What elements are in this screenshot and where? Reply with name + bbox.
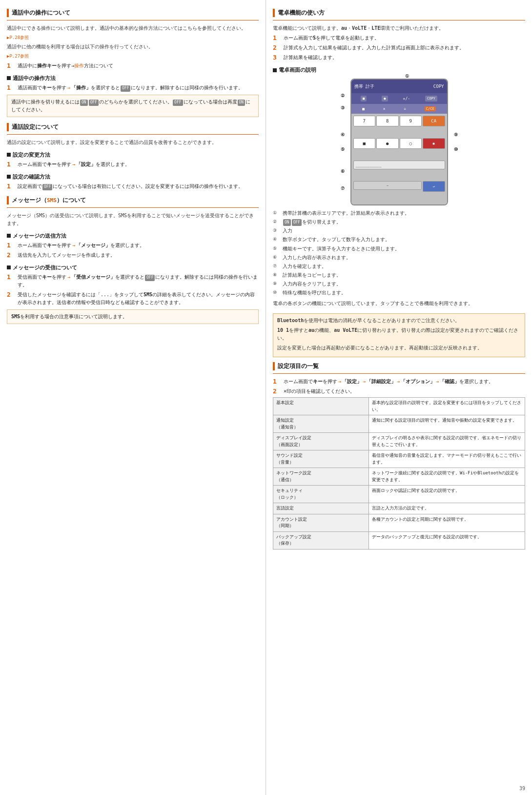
calc-btn-9: 9 <box>400 116 422 126</box>
anno-text-7: 入力を確定します。 <box>283 263 525 270</box>
s3-recv-content-1: 受信画面でキーを押す→「受信メッセージ」を選択するとOFFになります。解除するに… <box>18 273 259 289</box>
annotation-row-6: ⑥ 入力した内容が表示されます。 <box>273 254 525 262</box>
phone-op3: ÷ <box>404 107 406 111</box>
subsection1a-step1: 1 通話画面でキーを押す→「操作」を選択するとOFFになります。解除するには同様… <box>7 84 259 92</box>
calc-btn-enter: ↵ <box>423 181 445 192</box>
calc-btn-bottom1: － <box>353 181 422 190</box>
table-row: バックアップ設定（保存） データのバックアップと復元に関する設定の説明です。 <box>273 531 525 549</box>
anno-text-10: 特殊な機能を呼び出します。 <box>283 289 525 297</box>
right-step-num-3: 3 <box>273 54 282 61</box>
phone-op-row: ■ × ÷ C/CE <box>351 104 447 114</box>
callout-9: ⑨ <box>454 132 458 137</box>
section1-step1: 1 通話中に操作キーを押す→操作方法について <box>7 62 259 70</box>
black-square-icon-2a <box>7 153 11 157</box>
anno-text-5: 機能キーです。演算子を入力するときに使用します。 <box>283 245 525 253</box>
section-title-1: 通話中の操作について <box>12 9 70 17</box>
section-title-2: 通話設定について <box>12 123 59 131</box>
highlight-text-3: 設定を変更した場合は再起動が必要になることがあります。再起動後に設定が反映されま… <box>277 344 521 352</box>
anno-text-6: 入力した内容が表示されます。 <box>283 254 525 262</box>
table-row: 通知設定（通知音） 通知に関する設定項目の説明です。通知音や振動の設定を変更でき… <box>273 415 525 433</box>
step-number-1: 1 <box>7 62 16 69</box>
table-value-4: 着信音や通知音の音量を設定します。マナーモードの切り替えもここで行います。 <box>369 450 525 468</box>
settings-table-body: 基本設定 基本的な設定項目の説明です。設定を変更するには項目をタップしてください… <box>273 398 525 550</box>
anno-text-8: 計算結果をコピーします。 <box>283 271 525 279</box>
callout-4: ④ <box>341 132 345 137</box>
table-label-8: アカウント設定（同期） <box>273 514 369 531</box>
right-table-step-content-1: ホーム画面でキーを押す→「設定」→「詳細設定」→「オプション」→「確認」を選択し… <box>284 378 525 386</box>
page-number: 39 <box>519 786 525 791</box>
right-section-calc: 電卓機能の使い方 電卓機能について説明します。au・VoLTE・LTE環境でご利… <box>273 9 525 61</box>
phone-title-text: 携帯 計子 <box>354 83 374 90</box>
table-row: ネットワーク設定（通信） ネットワーク接続に関する設定の説明です。Wi-FiやB… <box>273 468 525 486</box>
anno-num-6: ⑥ <box>273 254 283 262</box>
section-divider-3 <box>7 207 259 208</box>
right-section1-intro: 電卓機能について説明します。au・VoLTE・LTE環境でご利用いただけます。 <box>273 24 525 32</box>
section3-recv-step1: 1 受信画面でキーを押す→「受信メッセージ」を選択するとOFFになります。解除す… <box>7 273 259 289</box>
right-table-step-num-1: 1 <box>273 378 282 385</box>
calc-btn-input-row[interactable]: ___________ <box>353 161 445 169</box>
anno-num-8: ⑧ <box>273 271 283 279</box>
table-value-5: ネットワーク接続に関する設定の説明です。Wi-FiやBluetoothの設定を変… <box>369 468 525 486</box>
section-divider-1 <box>7 20 259 20</box>
right-step-2: 2 計算式を入力して結果を確認します。入力した計算式は画面上部に表示されます。 <box>273 44 525 52</box>
anno-text-9: 入力内容をクリアします。 <box>283 280 525 288</box>
anno-num-5: ⑤ <box>273 245 283 253</box>
calc-btn-r1c2: ● <box>376 138 399 149</box>
note-block-1a: 通話中に操作を切り替えるにはONOFFのどちらかを選択してください。OFFになっ… <box>7 95 259 117</box>
sub1a-step-content: 通話画面でキーを押す→「操作」を選択するとOFFになります。解除するには同様の操… <box>18 84 259 92</box>
section1-text2: 通話中に他の機能を利用する場合は以下の操作を行ってください。 <box>7 43 259 51</box>
callout-10: ⑩ <box>454 147 458 152</box>
phone-top-bar: 携帯 計子 COPY <box>351 80 447 93</box>
s2-step-content-1: ホーム画面でキーを押す→「設定」を選択します。 <box>18 161 259 168</box>
section-call-settings: 通話設定について 通話の設定について説明します。設定を変更することで通話の品質を… <box>7 123 259 190</box>
section-header-3: メッセージ（SMS）について <box>7 196 259 204</box>
table-value-6: 画面ロックや認証に関する設定の説明です。 <box>369 486 525 503</box>
subsection-header-2a: 設定の変更方法 <box>7 151 259 159</box>
right-step-content-3: 計算結果を確認します。 <box>284 54 525 61</box>
calc-btn-7: 7 <box>353 116 376 126</box>
table-value-9: データのバックアップと復元に関する設定の説明です。 <box>369 531 525 549</box>
section-call-operations: 通話中の操作について 通話中にできる操作について説明します。通話中の基本的な操作… <box>7 9 259 117</box>
right-column: 電卓機能の使い方 電卓機能について説明します。au・VoLTE・LTE環境でご利… <box>266 0 532 795</box>
s3-step-num-2: 2 <box>7 251 16 259</box>
black-square-phone <box>273 68 277 72</box>
calc-btn-r1c1: ■ <box>353 138 376 149</box>
right-step-1: 1 ホーム画面でSを押して電卓を起動します。 <box>273 34 525 42</box>
subsection-header-3b: メッセージの受信について <box>7 264 259 271</box>
settings-table: 基本設定 基本的な設定項目の説明です。設定を変更するには項目をタップしてください… <box>273 397 525 550</box>
annotation-extra: 電卓の各ボタンの機能について説明しています。タップすることで各機能を利用できます… <box>273 300 525 307</box>
anno-num-9: ⑨ <box>273 280 283 288</box>
right-section-title-1: 電卓機能の使い方 <box>278 9 325 17</box>
s2-step-num-2: 1 <box>7 183 16 190</box>
right-table-step2: 2 ×印の項目を確認してください。 <box>273 387 525 395</box>
table-value-2: 通知に関する設定項目の説明です。通知音や振動の設定を変更できます。 <box>369 415 525 433</box>
highlight-text-1: Bluetoothを使用中は電池の消耗が早くなることがありますのでご注意ください… <box>277 317 521 325</box>
highlight-note-block: Bluetoothを使用中は電池の消耗が早くなることがありますのでご注意ください… <box>273 313 525 357</box>
annotation-list: ① 携帯計算機の表示エリアです。計算結果が表示されます。 ② ONOFFを切り替… <box>273 209 525 297</box>
phone-inner: 携帯 計子 COPY ■ ● +/- COPY <box>351 80 447 204</box>
section3-step1: 1 ホーム画面でキーを押す→「メッセージ」を選択します。 <box>7 242 259 249</box>
table-value-3: ディスプレイの明るさや表示に関する設定の説明です。省エネモードの切り替えもここで… <box>369 433 525 450</box>
black-square-icon-1 <box>7 76 11 80</box>
right-step-num-2: 2 <box>273 44 282 51</box>
table-label-2: 通知設定（通知音） <box>273 415 369 433</box>
table-label-5: ネットワーク設定（通信） <box>273 468 369 486</box>
s3-recv-content-2: 受信したメッセージを確認するには「...」をタップしてSMSの詳細を表示してくだ… <box>18 291 259 306</box>
s3-recv-num-2: 2 <box>7 291 16 298</box>
callout-7: ⑦ <box>341 186 345 191</box>
step-content-1: 通話中に操作キーを押す→操作方法について <box>18 62 259 70</box>
subsection-title-2a: 設定の変更方法 <box>13 151 50 159</box>
phone-btn-blu2: ● <box>382 96 388 102</box>
table-label-9: バックアップ設定（保存） <box>273 531 369 549</box>
table-value-7: 言語と入力方法の設定です。 <box>369 503 525 514</box>
section-title-3: メッセージ（SMS）について <box>12 196 86 204</box>
section1-ref2: ▶P.27参照 <box>7 53 259 60</box>
calc-btn-ca: CA <box>423 116 445 126</box>
highlight-text-2: 10 1を押すとauの機能、au VoLTEに切り替わります。切り替えの際は設定… <box>277 326 521 342</box>
anno-num-3: ③ <box>273 227 283 235</box>
subsection-header-2b: 設定の確認方法 <box>7 173 259 181</box>
subsection-title-3a: メッセージの送信方法 <box>13 232 66 240</box>
table-label-4: サウンド設定（音量） <box>273 450 369 468</box>
annotation-row-3: ③ 入力 <box>273 227 525 235</box>
subsection-header-1a: 通話中の操作方法 <box>7 75 259 82</box>
